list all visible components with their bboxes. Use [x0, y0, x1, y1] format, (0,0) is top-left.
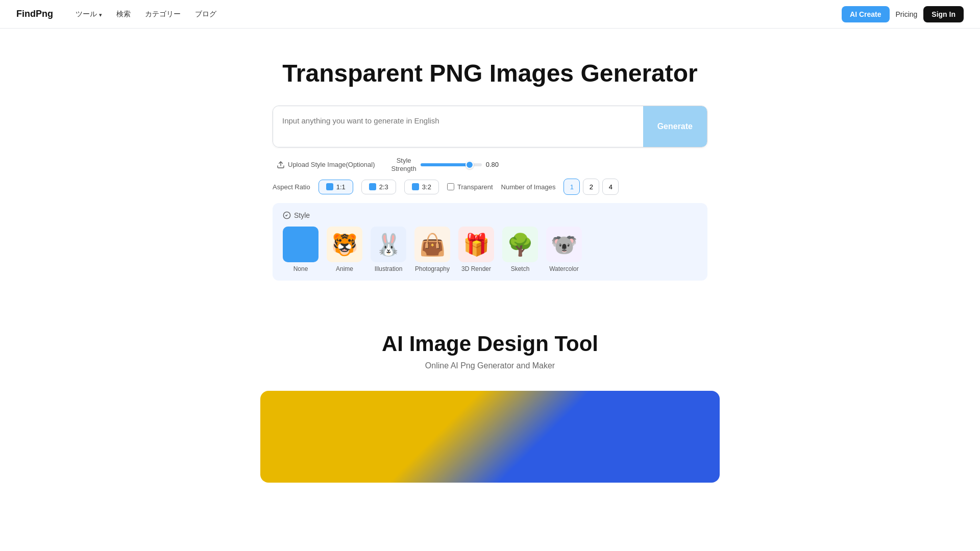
style-img-illustration: 🐰: [371, 227, 406, 262]
controls-wrap: Upload Style Image(Optional) Style Stren…: [260, 157, 720, 195]
style-label-illustration: Illustration: [375, 265, 403, 272]
chevron-down-icon: [99, 10, 102, 18]
hero-title: Transparent PNG Images Generator: [0, 59, 980, 87]
aspect-swatch-1-1: [326, 183, 333, 190]
style-item-none[interactable]: None: [283, 227, 318, 272]
upload-style-button[interactable]: Upload Style Image(Optional): [273, 158, 379, 172]
nav-right: AI Create Pricing Sign In: [842, 6, 964, 22]
aspect-ratio-label: Aspect Ratio: [273, 183, 310, 191]
logo[interactable]: FindPng: [16, 9, 53, 19]
generator-box: Generate: [273, 106, 707, 147]
bottom-card: [260, 391, 720, 483]
num-images-buttons: 1 2 4: [564, 179, 619, 195]
slider-value: 0.80: [486, 161, 499, 168]
prompt-input[interactable]: [273, 106, 643, 147]
num-btn-2[interactable]: 2: [583, 179, 599, 195]
lower-title: AI Image Design Tool: [12, 332, 968, 356]
num-images-label: Number of Images: [501, 183, 556, 191]
style-item-sketch[interactable]: 🌳 Sketch: [502, 227, 538, 272]
style-panel-wrap: Style None 🐯 Anime 🐰 Illustration: [260, 203, 720, 281]
generate-button[interactable]: Generate: [643, 106, 707, 147]
style-label-watercolor: Watercolor: [549, 265, 579, 272]
upload-icon: [277, 161, 285, 169]
style-img-3d-render: 🎁: [458, 227, 494, 262]
style-strength-control: Style Strength 0.80: [391, 157, 499, 172]
generator-wrap: Generate: [260, 106, 720, 147]
style-label-none: None: [293, 265, 308, 272]
style-label-3d-render: 3D Render: [461, 265, 491, 272]
style-items: None 🐯 Anime 🐰 Illustration 👜 Photograph…: [283, 227, 697, 272]
style-item-watercolor[interactable]: 🐨 Watercolor: [546, 227, 582, 272]
transparent-label: Transparent: [457, 183, 493, 191]
nav-links: ツール 検索 カテゴリー ブログ: [69, 7, 223, 22]
transparent-checkbox-wrap[interactable]: Transparent: [447, 183, 493, 191]
bottom-card-wrap: [260, 391, 720, 483]
style-item-anime[interactable]: 🐯 Anime: [327, 227, 362, 272]
nav-left: FindPng ツール 検索 カテゴリー ブログ: [16, 7, 223, 22]
hero-section: Transparent PNG Images Generator Generat…: [0, 29, 980, 301]
nav-category[interactable]: カテゴリー: [139, 7, 187, 22]
pricing-button[interactable]: Pricing: [896, 10, 918, 18]
aspect-btn-3-2[interactable]: 3:2: [404, 180, 439, 194]
controls-row-1: Upload Style Image(Optional) Style Stren…: [273, 157, 707, 172]
navbar: FindPng ツール 検索 カテゴリー ブログ AI Create Prici…: [0, 0, 980, 29]
ai-create-button[interactable]: AI Create: [842, 6, 889, 22]
nav-blog[interactable]: ブログ: [189, 7, 223, 22]
style-label-photography: Photography: [415, 265, 450, 272]
aspect-swatch-3-2: [412, 183, 419, 190]
style-label-anime: Anime: [336, 265, 353, 272]
aspect-swatch-2-3: [369, 183, 376, 190]
style-item-illustration[interactable]: 🐰 Illustration: [371, 227, 406, 272]
style-img-sketch: 🌳: [502, 227, 538, 262]
transparent-checkbox[interactable]: [447, 183, 454, 190]
style-item-3d-render[interactable]: 🎁 3D Render: [458, 227, 494, 272]
aspect-btn-2-3[interactable]: 2:3: [361, 180, 396, 194]
style-label-sketch: Sketch: [511, 265, 530, 272]
style-img-watercolor: 🐨: [546, 227, 582, 262]
slider-container: [421, 163, 482, 166]
style-panel: Style None 🐯 Anime 🐰 Illustration: [273, 203, 707, 281]
lower-subtitle: Online AI Png Generator and Maker: [12, 361, 968, 370]
lower-section: AI Image Design Tool Online AI Png Gener…: [0, 301, 980, 503]
num-btn-1[interactable]: 1: [564, 179, 580, 195]
style-img-anime: 🐯: [327, 227, 362, 262]
options-row: Aspect Ratio 1:1 2:3 3:2 Transparent Num…: [273, 179, 707, 195]
style-panel-header: Style: [283, 211, 697, 219]
style-item-photography[interactable]: 👜 Photography: [414, 227, 450, 272]
style-img-photography: 👜: [414, 227, 450, 262]
style-img-none: [283, 227, 318, 262]
nav-search[interactable]: 検索: [110, 7, 137, 22]
aspect-btn-1-1[interactable]: 1:1: [318, 180, 353, 194]
nav-tool[interactable]: ツール: [69, 7, 108, 22]
style-icon: [283, 211, 291, 219]
num-btn-4[interactable]: 4: [602, 179, 619, 195]
signin-button[interactable]: Sign In: [923, 6, 964, 22]
